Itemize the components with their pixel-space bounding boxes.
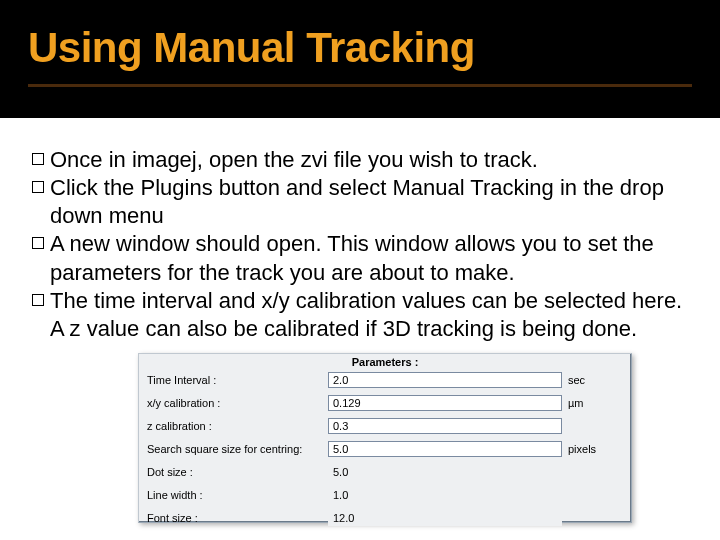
bullet-text: Once in imagej, open the zvi file you wi…	[50, 146, 688, 174]
z-calibration-input[interactable]: 0.3	[328, 418, 562, 434]
slide-title: Using Manual Tracking	[28, 24, 692, 72]
xy-calibration-label: x/y calibration :	[147, 397, 322, 409]
panel-title: Parameters :	[139, 354, 631, 372]
slide-header: Using Manual Tracking	[0, 0, 720, 118]
bullet-text: The time interval and x/y calibration va…	[50, 287, 688, 343]
parameters-panel: Parameters : Time Interval : 2.0 sec x/y…	[138, 353, 632, 523]
search-square-unit: pixels	[568, 443, 623, 455]
slide-body: Once in imagej, open the zvi file you wi…	[0, 118, 720, 343]
title-underline	[28, 84, 692, 87]
square-bullet-icon	[32, 294, 44, 306]
z-calibration-label: z calibration :	[147, 420, 322, 432]
bullet-item: The time interval and x/y calibration va…	[32, 287, 688, 343]
square-bullet-icon	[32, 237, 44, 249]
bullet-list: Once in imagej, open the zvi file you wi…	[32, 146, 688, 343]
line-width-input[interactable]: 1.0	[328, 487, 562, 503]
square-bullet-icon	[32, 181, 44, 193]
search-square-label: Search square size for centring:	[147, 443, 322, 455]
bullet-item: Click the Plugins button and select Manu…	[32, 174, 688, 230]
dot-size-label: Dot size :	[147, 466, 322, 478]
panel-rows: Time Interval : 2.0 sec x/y calibration …	[139, 372, 631, 532]
xy-calibration-unit: µm	[568, 397, 623, 409]
time-interval-input[interactable]: 2.0	[328, 372, 562, 388]
font-size-input[interactable]: 12.0	[328, 510, 562, 526]
xy-calibration-input[interactable]: 0.129	[328, 395, 562, 411]
time-interval-unit: sec	[568, 374, 623, 386]
bullet-item: A new window should open. This window al…	[32, 230, 688, 286]
line-width-label: Line width :	[147, 489, 322, 501]
bullet-text: A new window should open. This window al…	[50, 230, 688, 286]
search-square-input[interactable]: 5.0	[328, 441, 562, 457]
font-size-label: Font size :	[147, 512, 322, 524]
bullet-text: Click the Plugins button and select Manu…	[50, 174, 688, 230]
time-interval-label: Time Interval :	[147, 374, 322, 386]
bullet-item: Once in imagej, open the zvi file you wi…	[32, 146, 688, 174]
dot-size-input[interactable]: 5.0	[328, 464, 562, 480]
square-bullet-icon	[32, 153, 44, 165]
